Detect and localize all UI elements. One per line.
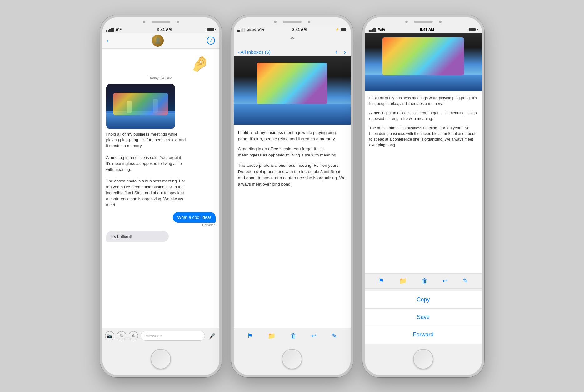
camera-dot	[143, 21, 145, 23]
camera-dot-2	[274, 21, 277, 23]
home-button-2[interactable]	[282, 349, 302, 369]
battery-fill-3	[470, 28, 476, 31]
action-toolbar: ⚑ 📁 🗑 ↩ ✎	[365, 273, 482, 288]
sent-message-text: What a cool idea!	[177, 215, 211, 220]
mic-button[interactable]: 🎤	[207, 331, 217, 340]
speaker-slot-2	[283, 21, 302, 23]
copy-action-button[interactable]: Copy	[365, 291, 482, 309]
action-folder-button[interactable]: 📁	[399, 277, 407, 285]
mail-toolbar: ⚑ 📁 🗑 ↩ ✎	[234, 328, 351, 344]
wifi-label-3: WiFi	[378, 28, 385, 31]
reply-button[interactable]: ↩	[311, 332, 317, 340]
imessage-input[interactable]: iMessage	[141, 331, 205, 341]
trash-button[interactable]: 🗑	[290, 332, 297, 340]
ping-pong-image	[106, 84, 175, 129]
sensor-dot-3	[439, 21, 442, 23]
mail-back-button[interactable]: ‹ All Inboxes (6)	[238, 49, 271, 55]
email-p1: I hold all of my business meetings while…	[238, 130, 346, 142]
action-email-p3: The above photo is a business meeting. F…	[369, 125, 477, 148]
signal-bar-5	[112, 28, 114, 32]
status-bar-2-blurred: cricket WiFi 8:41 AM ⚡	[234, 26, 351, 33]
wifi-label: WiFi	[116, 28, 122, 31]
apps-icon: A	[132, 333, 135, 338]
action-reply-button[interactable]: ↩	[442, 277, 448, 285]
chevron-up-icon: ⌃	[289, 36, 296, 45]
prev-email-button[interactable]: ‹	[335, 48, 337, 56]
action-trash-button[interactable]: 🗑	[422, 277, 428, 285]
sb4	[242, 28, 243, 32]
phone-1-messages: WiFi 9:41 AM ‹ 👤	[100, 15, 222, 377]
drag-handle-area: ⌃	[234, 33, 351, 45]
sketch-button[interactable]: ✎	[117, 331, 126, 340]
sb3	[241, 29, 242, 32]
contact-avatar: 👤	[152, 35, 164, 47]
message-image-bubble[interactable]	[106, 84, 175, 129]
info-button[interactable]: i	[207, 37, 215, 45]
sb32	[370, 30, 372, 32]
phone-2-top-bar	[234, 17, 351, 26]
phone-3-bottom	[365, 344, 482, 375]
action-email-p2: A meeting in an office is cold. You forg…	[369, 110, 477, 122]
sb1	[237, 30, 239, 32]
battery-fill	[207, 28, 213, 31]
phone-1-bottom	[102, 344, 219, 375]
time-label-3: 9:41 AM	[420, 27, 434, 32]
home-button-3[interactable]	[413, 349, 433, 369]
speaker-slot-3	[414, 21, 433, 23]
back-button[interactable]: ‹	[107, 37, 109, 44]
all-inboxes-label: All Inboxes (6)	[241, 49, 271, 55]
email-p3: The above photo is a business meeting. F…	[238, 162, 346, 188]
action-flag-button[interactable]: ⚑	[378, 277, 384, 285]
flag-button[interactable]: ⚑	[247, 332, 253, 340]
delivered-label: Delivered	[202, 223, 215, 227]
battery-tip	[215, 29, 216, 30]
received-message-bubble: It's brilliant!	[106, 231, 169, 242]
phone-2-screen: cricket WiFi 8:41 AM ⚡ ⌃	[234, 26, 351, 344]
battery-fill-2	[341, 28, 346, 31]
apps-button[interactable]: A	[129, 331, 138, 340]
battery-area	[207, 28, 216, 31]
signal-bars	[106, 28, 114, 32]
compose-button[interactable]: ✎	[332, 332, 337, 340]
phone-1-top-bar	[102, 17, 219, 26]
hand-emoji: 🤌	[106, 55, 216, 72]
sb2	[239, 30, 240, 32]
time-2: 8:41 AM	[264, 27, 335, 32]
sketch-icon: ✎	[119, 333, 123, 339]
signal-area-3: WiFi	[369, 28, 385, 32]
folder-button[interactable]: 📁	[268, 332, 276, 340]
time-3: 9:41 AM	[385, 27, 469, 32]
signal-bars-2	[237, 28, 245, 32]
imessage-placeholder: iMessage	[145, 334, 162, 338]
time-label-2: 8:41 AM	[292, 27, 307, 32]
phone-2-bottom	[234, 344, 351, 375]
action-email-p1: I hold all of my business meetings while…	[369, 95, 477, 107]
forward-action-button[interactable]: Forward	[365, 326, 482, 344]
nav-arrows: ‹ ›	[335, 48, 346, 56]
carrier-area: cricket WiFi	[237, 28, 264, 32]
next-email-button[interactable]: ›	[344, 48, 346, 56]
battery-2	[340, 28, 347, 31]
forward-label: Forward	[413, 331, 433, 338]
sb31	[369, 30, 370, 32]
camera-button[interactable]: 📷	[105, 331, 114, 340]
sb34	[373, 28, 375, 32]
phone-2-mail: cricket WiFi 8:41 AM ⚡ ⌃	[231, 15, 353, 377]
battery-3	[469, 28, 476, 31]
sb33	[372, 29, 373, 32]
status-bar-3: WiFi 9:41 AM	[365, 26, 482, 33]
phone-3-top-bar	[365, 17, 482, 26]
messages-nav-bar: ‹ 👤 i	[102, 33, 219, 49]
message-body-text: I hold all of my business meetings while…	[106, 132, 186, 207]
action-compose-button[interactable]: ✎	[463, 277, 468, 285]
sensor-dot-2	[308, 21, 310, 23]
email-p2: A meeting in an office is cold. You forg…	[238, 146, 346, 159]
signal-bar-1	[106, 30, 107, 32]
sent-message-bubble[interactable]: What a cool idea!	[173, 212, 215, 223]
phones-container: WiFi 9:41 AM ‹ 👤	[87, 2, 497, 390]
copy-label: Copy	[417, 296, 430, 303]
signal-bars-3	[369, 28, 376, 32]
battery-tip-3	[477, 29, 478, 30]
save-action-button[interactable]: Save	[365, 309, 482, 326]
home-button-1[interactable]	[151, 349, 171, 369]
